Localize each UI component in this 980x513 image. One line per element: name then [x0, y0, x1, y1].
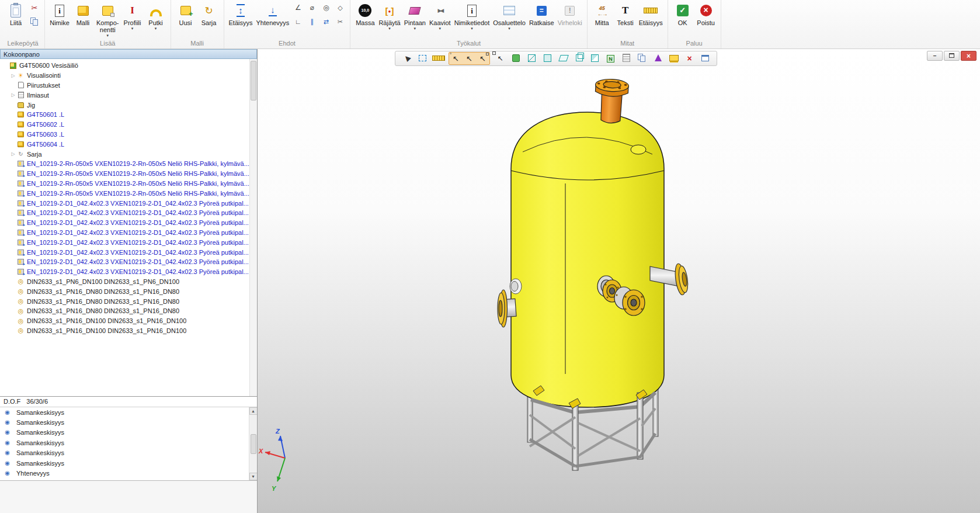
cone-button[interactable]	[651, 53, 665, 64]
ok-button[interactable]: ✓OK	[671, 1, 694, 26]
maximize-button[interactable]	[944, 51, 960, 61]
tangent-icon-button[interactable]: ⌀	[305, 1, 319, 15]
massa-button[interactable]: 10,0Massa	[353, 1, 377, 26]
snap-point-button[interactable]: ↖	[463, 53, 476, 64]
tree-item[interactable]: ▸EN_10219-2-Rn-050x5 VXEN10219-2-Rn-050x…	[0, 159, 257, 169]
dof-scrollbar[interactable]: ▲ ▼	[249, 407, 257, 480]
scroll-thumb[interactable]	[251, 61, 256, 100]
tree-item[interactable]: Jig	[0, 100, 257, 110]
kompo-nentti-button[interactable]: Kompo- nentti▾	[95, 1, 121, 37]
yhtenevyys-button[interactable]: ↓Yhtenevyys	[255, 1, 291, 26]
tree-item[interactable]: ▸EN_10219-2-D1_042.4x02.3 VXEN10219-2-D1…	[0, 247, 257, 257]
shaded-view-button[interactable]	[509, 53, 523, 64]
normal-view-button[interactable]: N	[604, 53, 617, 64]
pintaan-button[interactable]: Pintaan▾	[402, 1, 428, 30]
wireframe-view-button[interactable]	[525, 53, 538, 64]
malli-button[interactable]: Malli	[71, 1, 95, 26]
tree-item[interactable]: ▸EN_10219-2-D1_042.4x02.3 VXEN10219-2-D1…	[0, 218, 257, 228]
virheloki-button[interactable]: !Virheloki	[556, 1, 584, 26]
ratkaise-button[interactable]: =Ratkaise	[527, 1, 556, 26]
etaisyys-button[interactable]: Etäisyys	[637, 1, 665, 26]
tree-item[interactable]: G4T50601 .L	[0, 110, 257, 120]
face-view-button[interactable]	[541, 53, 554, 64]
cut-icon-button[interactable]: ✂	[27, 1, 41, 15]
teksti-button[interactable]: TTeksti	[614, 1, 637, 26]
tree-item[interactable]: ▸EN_10219-2-D1_042.4x02.3 VXEN10219-2-D1…	[0, 208, 257, 218]
tree-item[interactable]: ▸EN_10219-2-Rn-050x5 VXEN10219-2-Rn-050x…	[0, 169, 257, 179]
tree-item[interactable]: ▸EN_10219-2-Rn-050x5 VXEN10219-2-Rn-050x…	[0, 188, 257, 198]
dof-item[interactable]: ◉Samankeskisyys	[0, 448, 257, 458]
dof-item[interactable]: ◉Samankeskisyys	[0, 407, 257, 417]
profiili-button[interactable]: IProfiili▾	[121, 1, 144, 30]
copy-image-button[interactable]	[635, 53, 649, 64]
perpendicular-icon-button[interactable]: ∟	[291, 15, 305, 29]
scroll-up-icon[interactable]: ▲	[249, 407, 258, 415]
kaaviot-button[interactable]: ▶◀Kaaviot▾	[428, 1, 453, 30]
dof-item[interactable]: ◉Samankeskisyys	[0, 428, 257, 438]
tree-item[interactable]: ▸EN_10219-2-D1_042.4x02.3 VXEN10219-2-D1…	[0, 267, 257, 277]
tree-item[interactable]: G4T50603 .L	[0, 130, 257, 140]
tree-item[interactable]: ◎DIN2633_s1_PN16_DN100 DIN2633_s1_PN16_D…	[0, 326, 257, 336]
scroll-thumb[interactable]	[251, 434, 256, 454]
tree-item[interactable]: G4T50602 .L	[0, 120, 257, 130]
dof-item[interactable]: ◉Samankeskisyys	[0, 438, 257, 448]
copy-icon-button[interactable]	[27, 15, 41, 29]
etaisyys-button[interactable]: ↕Etäisyys	[227, 1, 255, 26]
drawer-button[interactable]	[667, 53, 680, 64]
tree-item[interactable]: ◎DIN2633_s1_PN16_DN80 DIN2633_s1_PN16_DN…	[0, 306, 257, 316]
tree-item[interactable]: ▷↻Sarja	[0, 149, 257, 159]
plane-view-button[interactable]	[557, 53, 570, 64]
pick-part-button[interactable]: ↖	[494, 53, 507, 64]
concentric-icon-button[interactable]: ◎	[319, 1, 333, 15]
tree-scrollbar[interactable]	[249, 59, 257, 396]
sarja-button[interactable]: ↻Sarja	[197, 1, 221, 26]
measure-button[interactable]	[432, 53, 445, 64]
mitta-button[interactable]: 45←→Mitta	[590, 1, 614, 26]
tree-item[interactable]: G4T50600 Vesisäiliö	[0, 61, 257, 71]
scroll-down-icon[interactable]: ▼	[249, 473, 258, 480]
poistu-button[interactable]: ×Poistu	[694, 1, 718, 26]
tree-item[interactable]: ▸EN_10219-2-D1_042.4x02.3 VXEN10219-2-D1…	[0, 228, 257, 238]
angle-icon-button[interactable]: ∠	[291, 1, 305, 15]
osaluettelo-button[interactable]: Osaluettelo▾	[491, 1, 527, 30]
nimike-button[interactable]: iNimike	[48, 1, 71, 26]
midpoint-icon-button[interactable]: ◇	[333, 1, 347, 15]
tree-item[interactable]: ▸EN_10219-2-Rn-050x5 VXEN10219-2-Rn-050x…	[0, 179, 257, 189]
box-view-button[interactable]	[572, 53, 586, 64]
dof-item[interactable]: ◉Samankeskisyys	[0, 417, 257, 427]
tree-item[interactable]: ◎DIN2633_s1_PN16_DN100 DIN2633_s1_PN16_D…	[0, 316, 257, 326]
putki-button[interactable]: Putki▾	[144, 1, 168, 30]
tree-item[interactable]: Piirustukset	[0, 81, 257, 91]
new-window-button[interactable]	[698, 53, 712, 64]
dof-item[interactable]: ◉Samankeskisyys	[0, 458, 257, 468]
snap-edge-button[interactable]: ↖	[476, 53, 489, 64]
snap-free-button[interactable]: ↖°	[449, 53, 463, 64]
expand-arrow-icon[interactable]: ▷	[10, 92, 16, 98]
tree-item[interactable]: ◎DIN2633_s1_PN6_DN100 DIN2633_s1_PN6_DN1…	[0, 277, 257, 287]
tree-item[interactable]: ▸EN_10219-2-D1_042.4x02.3 VXEN10219-2-D1…	[0, 257, 257, 267]
rajayta-button[interactable]: [●]Räjäytä▾	[377, 1, 402, 30]
pin-button[interactable]: ▶	[400, 53, 413, 64]
fit-view-button[interactable]	[416, 53, 429, 64]
delete-button[interactable]: ×	[683, 53, 696, 64]
expand-arrow-icon[interactable]: ▷	[10, 151, 16, 157]
parallel-icon-button[interactable]: ∥	[305, 15, 319, 29]
tree-item[interactable]: ▷☀Visualisointi	[0, 71, 257, 81]
model-3d-vessel[interactable]: Z X Y	[258, 49, 980, 513]
tree-item[interactable]: ▷Ilmiasut	[0, 90, 257, 100]
tree-item[interactable]: ▸EN_10219-2-D1_042.4x02.3 VXEN10219-2-D1…	[0, 237, 257, 247]
uusi-button[interactable]: +Uusi	[174, 1, 197, 26]
notes-button[interactable]	[620, 53, 633, 64]
dof-item[interactable]: ◉Yhtenevyys	[0, 468, 257, 478]
close-button[interactable]: ×	[961, 51, 976, 61]
tree-item[interactable]: ◎DIN2633_s1_PN16_DN80 DIN2633_s1_PN16_DN…	[0, 286, 257, 296]
minimize-button[interactable]: –	[927, 51, 943, 61]
tree-item[interactable]: ▸EN_10219-2-D1_042.4x02.3 VXEN10219-2-D1…	[0, 198, 257, 208]
symmetry-icon-button[interactable]: ⇄	[319, 15, 333, 29]
nimiketiedot-button[interactable]: iNimiketiedot▾	[453, 1, 492, 30]
tree-item[interactable]: ◎DIN2633_s1_PN16_DN80 DIN2633_s1_PN16_DN…	[0, 296, 257, 306]
tree-item[interactable]: G4T50604 .L	[0, 139, 257, 149]
viewport-3d[interactable]: Z X Y ▶↖°↖↖↖N× –×	[258, 49, 980, 513]
section-view-button[interactable]	[588, 53, 602, 64]
liita-button[interactable]: Liitä	[4, 1, 27, 26]
